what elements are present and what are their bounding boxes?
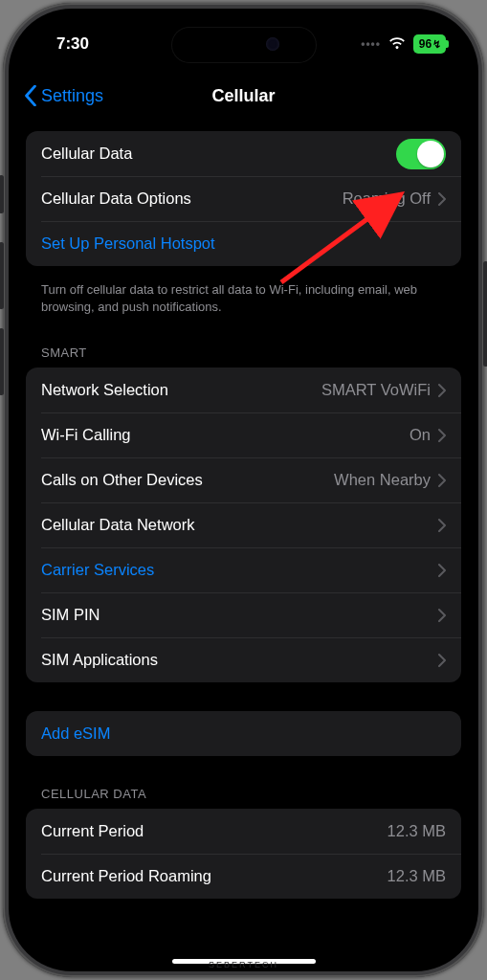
row-current-period-roaming[interactable]: Current Period Roaming 12.3 MB [26, 854, 461, 899]
hotspot-label: Set Up Personal Hotspot [41, 234, 446, 253]
chevron-right-icon [438, 429, 446, 442]
row-sim-pin[interactable]: SIM PIN [26, 592, 461, 637]
status-time: 7:30 [56, 34, 89, 54]
row-carrier-services[interactable]: Carrier Services [26, 547, 461, 592]
back-button[interactable]: Settings [24, 85, 103, 106]
chevron-right-icon [438, 384, 446, 397]
row-cellular-data-network[interactable]: Cellular Data Network [26, 502, 461, 547]
cellular-options-label: Cellular Data Options [41, 189, 343, 208]
row-add-esim[interactable]: Add eSIM [26, 711, 461, 756]
cellular-options-value: Roaming Off [343, 189, 431, 208]
wifi-icon [388, 37, 406, 51]
chevron-right-icon [438, 564, 446, 577]
cellular-data-toggle[interactable] [396, 139, 446, 169]
chevron-right-icon [438, 192, 446, 206]
phone-frame: 7:30 •••• 96↯ Settings Cellular [3, 3, 484, 977]
section-header-cellular-data: CELLULAR DATA [26, 777, 461, 809]
row-network-selection[interactable]: Network Selection SMART VoWiFi [26, 368, 461, 412]
row-current-period[interactable]: Current Period 12.3 MB [26, 809, 461, 854]
chevron-right-icon [438, 654, 446, 667]
section-header-smart: SMART [26, 336, 461, 368]
power-button [483, 261, 487, 367]
back-label: Settings [41, 86, 103, 106]
charging-icon: ↯ [432, 38, 441, 51]
group-cellular-data-usage: Current Period 12.3 MB Current Period Ro… [26, 809, 461, 899]
row-cellular-data[interactable]: Cellular Data [26, 131, 461, 176]
row-wifi-calling[interactable]: Wi-Fi Calling On [26, 412, 461, 457]
battery-indicator: 96↯ [413, 34, 446, 54]
row-sim-applications[interactable]: SIM Applications [26, 637, 461, 682]
status-dots: •••• [361, 37, 381, 51]
group-cellular: Cellular Data Cellular Data Options Roam… [26, 131, 461, 266]
chevron-right-icon [438, 609, 446, 622]
side-button [0, 175, 4, 213]
row-personal-hotspot[interactable]: Set Up Personal Hotspot [26, 221, 461, 266]
watermark: SEBERTECH [209, 960, 278, 969]
cellular-data-label: Cellular Data [41, 145, 396, 163]
volume-down-button [0, 328, 4, 395]
screen: 7:30 •••• 96↯ Settings Cellular [9, 9, 478, 971]
group-esim: Add eSIM [26, 711, 461, 756]
row-calls-other-devices[interactable]: Calls on Other Devices When Nearby [26, 457, 461, 502]
chevron-left-icon [24, 85, 37, 106]
dynamic-island [172, 28, 316, 62]
chevron-right-icon [438, 474, 446, 487]
group-cellular-footer: Turn off cellular data to restrict all d… [26, 276, 461, 336]
group-smart: Network Selection SMART VoWiFi Wi-Fi Cal… [26, 368, 461, 682]
chevron-right-icon [438, 519, 446, 532]
row-cellular-options[interactable]: Cellular Data Options Roaming Off [26, 176, 461, 221]
nav-bar: Settings Cellular [9, 74, 478, 118]
volume-up-button [0, 242, 4, 309]
